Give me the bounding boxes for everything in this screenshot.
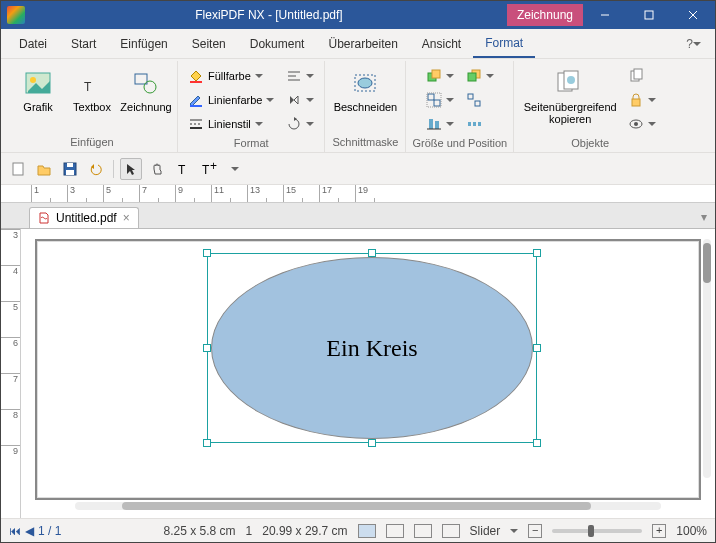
resize-handle[interactable]: [368, 249, 376, 257]
flip-button[interactable]: [282, 89, 318, 111]
svg-rect-22: [434, 100, 440, 106]
layer-back-icon: [466, 68, 482, 84]
menu-format[interactable]: Format: [473, 29, 535, 58]
resize-handle[interactable]: [533, 344, 541, 352]
resize-handle[interactable]: [203, 344, 211, 352]
svg-point-18: [358, 78, 372, 88]
linecolor-button[interactable]: Linienfarbe: [184, 89, 278, 111]
page-size: 20.99 x 29.7 cm: [262, 524, 347, 538]
page-canvas[interactable]: Ein Kreis: [35, 239, 701, 500]
selection-size: 8.25 x 5.8 cm: [163, 524, 235, 538]
first-page-button[interactable]: ⏮: [9, 524, 21, 538]
align-objects-button[interactable]: [422, 113, 458, 135]
tab-overflow[interactable]: ▾: [693, 206, 715, 228]
text-tool[interactable]: T: [172, 158, 194, 180]
svg-rect-9: [190, 81, 202, 83]
crop-button[interactable]: Beschneiden: [331, 65, 399, 115]
context-tab-drawing[interactable]: Zeichnung: [507, 4, 583, 26]
workarea: 3456789 Ein Kreis: [1, 229, 715, 518]
document-tab-label: Untitled.pdf: [56, 211, 117, 225]
resize-handle[interactable]: [203, 439, 211, 447]
rotate-button[interactable]: [282, 113, 318, 135]
text-plus-tool[interactable]: T+: [198, 158, 220, 180]
document-tab[interactable]: Untitled.pdf ×: [29, 207, 139, 228]
menu-start[interactable]: Start: [59, 29, 108, 58]
insert-grafik-button[interactable]: Grafik: [13, 65, 63, 115]
linestyle-button[interactable]: Linienstil: [184, 113, 278, 135]
selection-box[interactable]: Ein Kreis: [207, 253, 537, 443]
insert-textbox-button[interactable]: T Textbox: [67, 65, 117, 115]
linestyle-icon: [188, 116, 204, 132]
view-continuous-button[interactable]: [414, 524, 432, 538]
zoom-in-button[interactable]: +: [652, 524, 666, 538]
document-tabstrip: Untitled.pdf × ▾: [1, 203, 715, 229]
image-icon: [22, 67, 54, 99]
save-button[interactable]: [59, 158, 81, 180]
svg-rect-45: [66, 170, 74, 175]
ungroup-button[interactable]: [462, 89, 498, 111]
slider-label: Slider: [470, 524, 501, 538]
group-button[interactable]: [422, 89, 458, 111]
lock-icon: [628, 92, 644, 108]
hand-tool[interactable]: [146, 158, 168, 180]
svg-rect-30: [475, 101, 480, 106]
new-button[interactable]: [7, 158, 29, 180]
quick-access-toolbar: T T+: [1, 153, 715, 185]
align-left-button[interactable]: [282, 65, 318, 87]
resize-handle[interactable]: [203, 249, 211, 257]
svg-rect-1: [645, 11, 653, 19]
flip-icon: [286, 92, 302, 108]
view-facing-button[interactable]: [442, 524, 460, 538]
chevron-down-icon: [266, 96, 274, 104]
fillcolor-button[interactable]: Füllfarbe: [184, 65, 278, 87]
shapes-icon: [130, 67, 162, 99]
span-copy-button[interactable]: Seitenübergreifend kopieren: [520, 65, 620, 127]
resize-handle[interactable]: [533, 249, 541, 257]
vertical-scrollbar[interactable]: [703, 239, 713, 478]
insert-zeichnung-button[interactable]: Zeichnung: [121, 65, 171, 115]
horizontal-scrollbar[interactable]: [35, 500, 701, 512]
zoom-out-button[interactable]: −: [528, 524, 542, 538]
svg-rect-44: [67, 163, 73, 167]
rotate-icon: [286, 116, 302, 132]
lock-button[interactable]: [624, 89, 660, 111]
minimize-button[interactable]: [583, 1, 627, 29]
distribute-button[interactable]: [462, 113, 498, 135]
view-fit-button[interactable]: [358, 524, 376, 538]
open-button[interactable]: [33, 158, 55, 180]
textbox-icon: T: [76, 67, 108, 99]
menu-datei[interactable]: Datei: [7, 29, 59, 58]
duplicate-button[interactable]: [624, 65, 660, 87]
app-icon: [7, 6, 25, 24]
menu-einfuegen[interactable]: Einfügen: [108, 29, 179, 58]
zoom-slider[interactable]: [552, 529, 642, 533]
close-button[interactable]: [671, 1, 715, 29]
maximize-button[interactable]: [627, 1, 671, 29]
resize-handle[interactable]: [368, 439, 376, 447]
menu-dokument[interactable]: Dokument: [238, 29, 317, 58]
svg-point-8: [144, 81, 156, 93]
svg-rect-38: [634, 69, 642, 79]
close-tab-button[interactable]: ×: [123, 211, 130, 225]
titlebar: FlexiPDF NX - [Untitled.pdf] Zeichnung: [1, 1, 715, 29]
svg-rect-21: [428, 94, 434, 100]
more-tools[interactable]: [224, 158, 246, 180]
bring-front-button[interactable]: [422, 65, 458, 87]
menu-ueberarbeiten[interactable]: Überarbeiten: [316, 29, 409, 58]
visibility-button[interactable]: [624, 113, 660, 135]
group-icon: [426, 92, 442, 108]
view-single-button[interactable]: [386, 524, 404, 538]
svg-point-41: [634, 122, 638, 126]
pointer-tool[interactable]: [120, 158, 142, 180]
chevron-down-icon[interactable]: [510, 527, 518, 535]
help-button[interactable]: ?: [678, 29, 709, 58]
svg-rect-32: [473, 122, 476, 126]
svg-rect-24: [429, 119, 433, 129]
svg-text:+: +: [210, 162, 217, 173]
prev-page-button[interactable]: ◀: [25, 524, 34, 538]
send-back-button[interactable]: [462, 65, 498, 87]
menu-ansicht[interactable]: Ansicht: [410, 29, 473, 58]
menu-seiten[interactable]: Seiten: [180, 29, 238, 58]
resize-handle[interactable]: [533, 439, 541, 447]
undo-button[interactable]: [85, 158, 107, 180]
